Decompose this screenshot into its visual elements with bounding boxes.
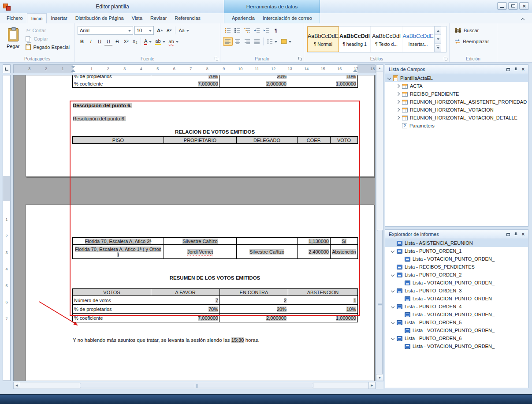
- punto-resolucion[interactable]: Resolución del punto 6.: [73, 116, 126, 121]
- subscript-button[interactable]: X₂: [130, 37, 139, 46]
- field-list-parameters[interactable]: Parameters: [385, 122, 528, 130]
- tab-referencias[interactable]: Referencias: [171, 13, 205, 23]
- field-list-item[interactable]: REUNION_HORIZONTAL_VOTACION: [385, 106, 528, 114]
- right-indent-marker[interactable]: [353, 69, 357, 72]
- scroll-down-button[interactable]: [376, 374, 383, 381]
- vertical-scrollbar[interactable]: [376, 64, 383, 381]
- document-page-2[interactable]: Florida 70, Escalera A, Atico 2ª Silvest…: [26, 204, 374, 381]
- close-button[interactable]: [519, 2, 529, 10]
- table-cell[interactable]: 2,400000: [298, 245, 331, 259]
- explorer-item[interactable]: Lista - VOTACION_PUNTO_ORDEN_: [385, 295, 528, 303]
- gallery-up-button[interactable]: [435, 26, 441, 35]
- style-item-normal[interactable]: AaBbCcDdE ¶ Normal: [307, 26, 339, 52]
- align-center-button[interactable]: [233, 37, 242, 46]
- table-cell[interactable]: % coeficiente: [73, 80, 151, 88]
- field-list-item[interactable]: REUNION_HORIZONTAL_VOTACION_DETALLE: [385, 114, 528, 122]
- explorer-item[interactable]: Lista - VOTACION_PUNTO_ORDEN_: [385, 310, 528, 318]
- superscript-button[interactable]: X²: [122, 37, 130, 46]
- punto-descripcion[interactable]: Descripción del punto 6.: [73, 103, 132, 108]
- style-item-texto[interactable]: AaBbCcDdl ¶ Texto d...: [371, 26, 402, 52]
- find-button[interactable]: Buscar: [452, 26, 481, 34]
- chevron-right-icon[interactable]: [397, 108, 402, 111]
- table-cell[interactable]: 2,000000: [220, 314, 288, 322]
- chevron-down-icon[interactable]: [391, 337, 397, 340]
- paragraph-dialog-launcher[interactable]: [298, 57, 302, 61]
- highlight-color-button[interactable]: ab: [153, 37, 167, 46]
- explorer-item[interactable]: Lista - PUNTO_ORDEN_1: [385, 247, 528, 255]
- font-color-button[interactable]: A: [142, 37, 153, 46]
- chevron-right-icon[interactable]: [397, 93, 402, 95]
- shrink-font-button[interactable]: A: [165, 26, 174, 35]
- table-cell[interactable]: 1,000000: [288, 80, 358, 88]
- table-cell[interactable]: 7,000000: [151, 80, 220, 88]
- chevron-right-icon[interactable]: [397, 85, 402, 87]
- table-cell[interactable]: 10%: [288, 75, 358, 80]
- table-header-cell[interactable]: PROPIETARIO: [164, 137, 237, 144]
- table-cell[interactable]: [237, 238, 298, 245]
- tab-vista[interactable]: Vista: [128, 13, 146, 23]
- gallery-expand-button[interactable]: [435, 44, 441, 52]
- table-cell[interactable]: % coeficiente: [73, 314, 151, 322]
- table-header-cell[interactable]: A FAVOR: [151, 289, 220, 296]
- panel-restore-button[interactable]: [505, 67, 511, 72]
- vertical-scroll-thumb[interactable]: [377, 230, 383, 380]
- chevron-down-icon[interactable]: [391, 273, 397, 276]
- table-cell[interactable]: 2: [220, 296, 288, 305]
- panel-pin-button[interactable]: [512, 232, 519, 237]
- minimize-button[interactable]: [497, 2, 507, 10]
- first-line-indent-marker[interactable]: [71, 66, 75, 68]
- spelling-style-button[interactable]: ab: [167, 37, 180, 46]
- explorer-item[interactable]: Lista - PUNTO_ORDEN_2: [385, 271, 528, 279]
- table-cell[interactable]: Número de votos: [73, 296, 151, 305]
- field-list-item[interactable]: RECIBO_PENDIENTE: [385, 90, 528, 98]
- table-cell[interactable]: 1: [288, 296, 358, 305]
- field-list-item[interactable]: ACTA: [385, 82, 528, 90]
- resumen-table-title[interactable]: RESUMEN DE LOS VOTOS EMITIDOS: [72, 275, 357, 281]
- align-justify-button[interactable]: [252, 37, 262, 46]
- bullet-list-button[interactable]: [223, 26, 233, 35]
- restore-button[interactable]: [508, 2, 518, 10]
- chevron-down-icon[interactable]: [391, 289, 397, 292]
- decrease-indent-button[interactable]: [252, 26, 262, 35]
- shading-button[interactable]: [279, 37, 293, 46]
- resumen-table[interactable]: VOTOS A FAVOR EN CONTRA ABSTENCION Númer…: [72, 288, 358, 322]
- percent-table-top[interactable]: % de propietarios 70% 20% 10% % coeficie…: [72, 75, 358, 88]
- table-cell[interactable]: 70%: [151, 75, 220, 80]
- explorer-item[interactable]: Lista - VOTACION_PUNTO_ORDEN_: [385, 279, 528, 287]
- ribbon-collapse-button[interactable]: [520, 16, 526, 22]
- cut-button[interactable]: Cortar: [23, 26, 48, 34]
- chevron-down-icon[interactable]: [391, 305, 397, 308]
- font-family-select[interactable]: Arial: [78, 26, 133, 35]
- table-cell[interactable]: 1,130000: [298, 238, 331, 245]
- table-header-cell[interactable]: DELEGADO: [237, 137, 298, 144]
- table-cell[interactable]: % de propietarios: [73, 305, 151, 314]
- align-right-button[interactable]: [242, 37, 252, 46]
- table-cell[interactable]: Jordi Vernet: [164, 245, 237, 259]
- explorer-item[interactable]: Lista - PUNTO_ORDEN_3: [385, 287, 528, 295]
- chevron-right-icon[interactable]: [397, 116, 402, 119]
- align-left-button[interactable]: [223, 37, 233, 46]
- increase-indent-button[interactable]: [262, 26, 272, 35]
- tab-intercalacion-correo[interactable]: Intercalación de correo: [259, 13, 316, 23]
- tab-fichero[interactable]: Fichero: [3, 13, 27, 23]
- tab-insertar[interactable]: Insertar: [47, 13, 71, 23]
- chevron-down-icon[interactable]: [391, 250, 397, 252]
- table-header-cell[interactable]: VOTOS: [73, 289, 151, 296]
- italic-button[interactable]: I: [86, 37, 95, 46]
- panel-pin-button[interactable]: [512, 67, 519, 72]
- field-list-root[interactable]: PlantillaActaEL: [385, 74, 528, 82]
- underline-button[interactable]: U: [95, 37, 104, 46]
- table-cell[interactable]: Florida 70, Escalera A, Atico 1ª ( y Otr…: [73, 245, 164, 259]
- table-cell[interactable]: 7,000000: [151, 314, 220, 322]
- scroll-left-button[interactable]: [13, 382, 20, 389]
- explorer-item[interactable]: Lista - RECIBOS_PENDIENTES: [385, 263, 528, 271]
- gallery-down-button[interactable]: [435, 35, 441, 43]
- table-cell[interactable]: 20%: [220, 75, 288, 80]
- grow-font-button[interactable]: A: [155, 26, 165, 35]
- explorer-item[interactable]: Lista - VOTACION_PUNTO_ORDEN_: [385, 326, 528, 334]
- styles-dialog-launcher[interactable]: [444, 57, 448, 61]
- closing-paragraph[interactable]: Y no habiendo más asuntos que tratar, se…: [73, 337, 355, 343]
- document-page-1[interactable]: % de propietarios 70% 20% 10% % coeficie…: [26, 75, 374, 177]
- replace-button[interactable]: Reemplazar: [452, 37, 491, 45]
- multilevel-list-button[interactable]: [242, 26, 252, 35]
